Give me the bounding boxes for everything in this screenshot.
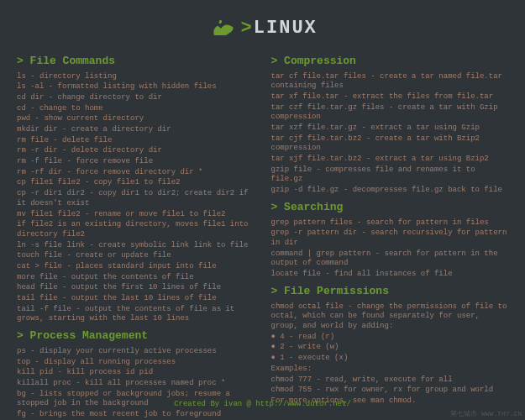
command-line: chmod 755 - rwx for owner, rx for group …	[271, 386, 509, 396]
left-column: > File Commandsls - directory listingls …	[17, 50, 255, 420]
logo-chevron: >	[241, 18, 254, 39]
command-line: fg - brings the most recent job to foreg…	[17, 410, 255, 420]
right-column: > Compressiontar cf file.tar files - cre…	[271, 50, 509, 420]
command-line: tail -f file - output the contents of fi…	[17, 305, 255, 324]
section-title-text: Process Management	[30, 329, 148, 342]
section-title-text: File Commands	[30, 55, 115, 67]
command-line: kill pid - kill process id pid	[17, 368, 255, 378]
content-container: > File Commandsls - directory listingls …	[0, 50, 525, 420]
command-line: cp file1 file2 - copy file1 to file2	[17, 178, 255, 188]
command-line: mv file1 file2 - rename or move file1 to…	[17, 210, 255, 220]
command-line: tar cf file.tar files - create a tar nam…	[271, 72, 509, 92]
section-title: > Searching	[271, 201, 509, 215]
command-line: cp -r dir1 dir2 - copy dir1 to dir2; cre…	[17, 189, 255, 208]
section-title: > Compression	[271, 55, 509, 69]
chevron-icon: >	[271, 201, 285, 213]
logo-header: >LINUX	[0, 0, 525, 50]
command-line: tar xf file.tar - extract the files from…	[271, 92, 509, 102]
command-line: touch file - create or update file	[17, 251, 255, 261]
watermark: 第七城市 WWW.TH7.CN	[450, 410, 522, 418]
command-line: tar cjf file.tar.bz2 - create a tar with…	[271, 134, 509, 154]
command-line: pwd - show current directory	[17, 114, 255, 124]
command-line: killall proc - kill all processes named …	[17, 379, 255, 389]
logo-text: >LINUX	[241, 17, 318, 41]
section-title: > Process Management	[17, 329, 255, 344]
command-line: gzip file - compresses file and renames …	[271, 165, 509, 185]
command-line: top - display all running processes	[17, 358, 255, 368]
command-line: Examples:	[271, 365, 509, 375]
command-line: cat > file - places standard input into …	[17, 262, 255, 272]
logo-figure-icon	[207, 17, 236, 41]
command-line: mkdir dir - create a directory dir	[17, 125, 255, 135]
logo-title: LINUX	[254, 18, 318, 39]
section-title-text: File Permissions	[284, 285, 389, 297]
chevron-icon: >	[17, 55, 30, 67]
command-line: gzip -d file.gz - decompresses file.gz b…	[271, 186, 509, 196]
command-line: cd dir - change directory to dir	[17, 93, 255, 103]
section-title-text: Compression	[284, 55, 356, 67]
command-line: rm -rf dir - force remove directory dir …	[17, 168, 255, 178]
command-line: chmod octal file - change the permission…	[271, 302, 509, 332]
command-line: ● 2 - write (w)	[271, 343, 509, 353]
command-line: ls -al - formatted listing with hidden f…	[17, 82, 255, 92]
command-line: cd - change to home	[17, 104, 255, 114]
command-line: if file2 is an existing directory, moves…	[17, 220, 255, 239]
chevron-icon: >	[271, 285, 285, 297]
chevron-icon: >	[17, 329, 30, 342]
section-title-text: Searching	[284, 201, 343, 213]
command-line: ● 1 - execute (x)	[271, 354, 509, 364]
command-line: chmod 777 - read, write, execute for all	[271, 375, 509, 386]
command-line: rm -r dir - delete directory dir	[17, 146, 255, 156]
command-line: ps - display your currently active proce…	[17, 347, 255, 357]
command-line: tail file - output the last 10 lines of …	[17, 294, 255, 304]
command-line: more file - output the contents of file	[17, 273, 255, 283]
command-line: grep -r pattern dir - search recursively…	[271, 228, 509, 248]
command-line: rm file - delete file	[17, 136, 255, 146]
command-line: head file - output the first 10 lines of…	[17, 283, 255, 293]
command-line: tar czf file.tar.gz files - create a tar…	[271, 103, 509, 123]
command-line: tar xzf file.tar.gz - extract a tar usin…	[271, 123, 509, 134]
footer-credit: Created By ivan @ http://www.dutor.net/	[0, 400, 525, 410]
section-title: > File Permissions	[271, 285, 509, 299]
command-line: rm -f file - force remove file	[17, 157, 255, 167]
section-title: > File Commands	[17, 55, 255, 69]
command-line: ln -s file link - create symbolic link l…	[17, 241, 255, 251]
command-line: grep pattern files - search for pattern …	[271, 218, 509, 228]
command-line: ● 4 - read (r)	[271, 333, 509, 343]
command-line: ls - directory listing	[17, 72, 255, 82]
command-line: tar xjf file.tar.bz2 - extract a tar usi…	[271, 155, 509, 165]
chevron-icon: >	[271, 55, 285, 67]
command-line: command | grep pattern - search for patt…	[271, 249, 509, 269]
command-line: locate file - find all instances of file	[271, 270, 509, 280]
